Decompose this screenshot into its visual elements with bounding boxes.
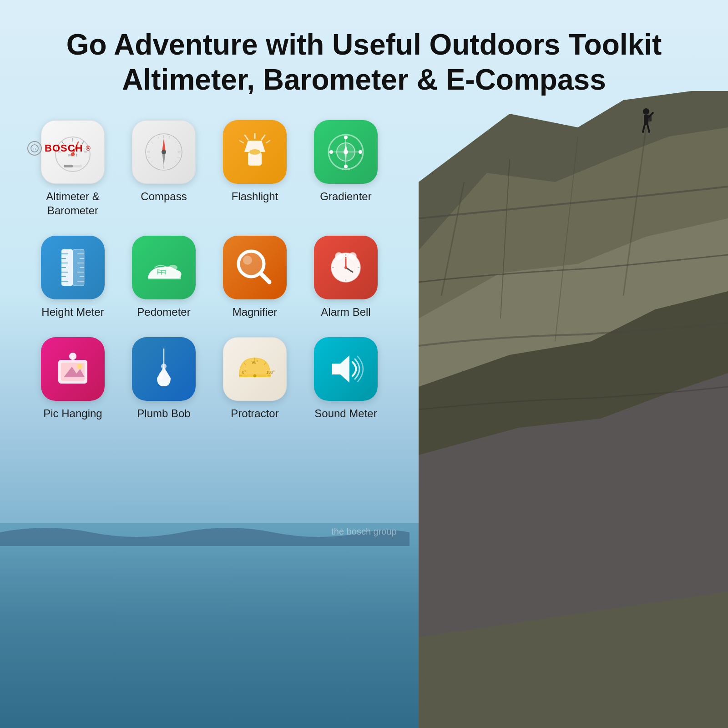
svg-line-39 — [175, 161, 177, 162]
app-pedometer[interactable]: Pedometer — [127, 236, 200, 319]
app-icon-pedometer — [132, 236, 196, 299]
svg-point-59 — [359, 150, 362, 154]
app-label-altimeter: Altimeter &Barometer — [46, 189, 99, 217]
svg-text:0°: 0° — [242, 370, 246, 374]
app-icon-plumb-bob — [132, 337, 196, 401]
headline-text: Go Adventure with Useful Outdoors Toolki… — [27, 27, 701, 97]
svg-point-94 — [349, 253, 356, 260]
app-sound-meter[interactable]: Sound Meter — [309, 337, 382, 420]
app-magnifier[interactable]: Magnifier — [218, 236, 291, 319]
app-alarm-bell[interactable]: Alarm Bell — [309, 236, 382, 319]
app-label-plumb-bob: Plumb Bob — [137, 406, 190, 420]
svg-line-37 — [177, 157, 180, 158]
svg-point-56 — [344, 136, 348, 139]
svg-point-108 — [161, 364, 167, 369]
app-plumb-bob[interactable]: Plumb Bob — [127, 337, 200, 420]
app-label-alarm-bell: Alarm Bell — [321, 305, 370, 319]
svg-point-79 — [168, 265, 177, 270]
app-icon-sound-meter — [314, 337, 378, 401]
svg-line-33 — [169, 136, 170, 139]
app-icon-compass — [132, 120, 196, 184]
svg-line-40 — [151, 161, 153, 162]
svg-text:90°: 90° — [252, 360, 258, 364]
svg-point-92 — [344, 266, 347, 269]
svg-line-49 — [240, 141, 243, 143]
svg-point-57 — [344, 165, 348, 168]
app-icon-magnifier — [223, 236, 287, 299]
app-icon-flashlight — [223, 120, 287, 184]
svg-rect-27 — [64, 165, 73, 167]
svg-text:180°: 180° — [266, 370, 275, 374]
svg-rect-85 — [148, 277, 181, 279]
bosch-reg: ® — [86, 145, 90, 152]
watermark: the bosch group — [331, 526, 396, 537]
svg-text:B: B — [33, 147, 35, 151]
svg-point-104 — [77, 364, 82, 369]
app-label-gradienter: Gradienter — [320, 189, 371, 203]
app-gradienter[interactable]: Gradienter — [309, 120, 382, 217]
svg-line-38 — [148, 157, 151, 158]
app-altimeter-barometer[interactable]: MPH Altimeter &Barometer — [36, 120, 109, 217]
app-label-protractor: Protractor — [231, 406, 278, 420]
app-protractor[interactable]: 0° 90° 180° Protractor — [218, 337, 291, 420]
svg-point-51 — [249, 149, 260, 155]
headline: Go Adventure with Useful Outdoors Toolki… — [27, 27, 701, 97]
bosch-name: BOSCH — [45, 142, 83, 154]
svg-point-107 — [159, 372, 163, 379]
bosch-logo-circle: B — [27, 141, 42, 156]
app-icon-protractor: 0° 90° 180° — [223, 337, 287, 401]
svg-line-47 — [245, 135, 248, 140]
svg-rect-120 — [332, 364, 340, 374]
svg-point-87 — [243, 256, 252, 265]
svg-line-48 — [262, 135, 265, 140]
app-label-height-meter: Height Meter — [41, 305, 104, 319]
app-pic-hanging[interactable]: Pic Hanging — [36, 337, 109, 420]
bosch-logo-area: B BOSCH® — [27, 141, 91, 156]
svg-point-43 — [162, 150, 166, 154]
apps-grid: MPH Altimeter &Barometer — [27, 120, 701, 421]
svg-line-36 — [151, 142, 153, 143]
app-icon-height-meter — [41, 236, 105, 299]
app-label-pic-hanging: Pic Hanging — [43, 406, 102, 420]
app-label-flashlight: Flashlight — [232, 189, 278, 203]
svg-line-50 — [266, 141, 270, 143]
content-area: Go Adventure with Useful Outdoors Toolki… — [0, 0, 728, 420]
svg-line-34 — [158, 136, 159, 139]
app-height-meter[interactable]: Height Meter — [36, 236, 109, 319]
app-icon-gradienter — [314, 120, 378, 184]
app-label-compass: Compass — [141, 189, 187, 203]
svg-point-62 — [344, 150, 348, 154]
svg-point-110 — [253, 374, 256, 377]
svg-line-88 — [261, 273, 269, 282]
svg-line-35 — [175, 142, 177, 143]
svg-point-58 — [329, 150, 333, 154]
app-label-sound-meter: Sound Meter — [314, 406, 377, 420]
svg-point-93 — [335, 253, 343, 260]
app-icon-pic-hanging — [41, 337, 105, 401]
app-label-pedometer: Pedometer — [137, 305, 190, 319]
app-label-magnifier: Magnifier — [233, 305, 278, 319]
app-compass[interactable]: Compass — [127, 120, 200, 217]
app-icon-alarm-bell — [314, 236, 378, 299]
app-flashlight[interactable]: Flashlight — [218, 120, 291, 217]
